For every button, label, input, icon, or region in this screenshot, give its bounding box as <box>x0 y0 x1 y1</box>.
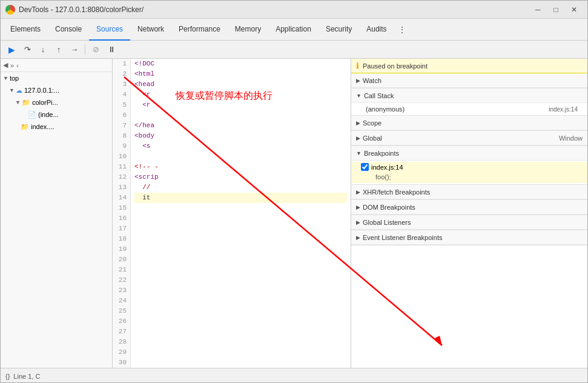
tree-server[interactable]: ▼ ☁ 127.0.0.1:... <box>1 84 112 96</box>
tab-performance[interactable]: Performance <box>171 19 228 41</box>
watch-arrow: ▶ <box>356 78 360 84</box>
cursor-info: Line 1, C <box>13 373 40 380</box>
pause-on-exceptions-button[interactable]: ⏸ <box>104 42 119 57</box>
sidebar-expand[interactable]: » <box>10 62 14 69</box>
section-global-listeners-header[interactable]: ▶ Global Listeners <box>351 215 587 230</box>
breakpoints-label: Breakpoints <box>364 150 399 157</box>
callstack-item-0[interactable]: (anonymous) index.js:14 <box>351 104 587 114</box>
callstack-arrow: ▼ <box>356 93 362 99</box>
close-button[interactable]: ✕ <box>566 3 583 16</box>
watch-label: Watch <box>363 77 382 84</box>
paused-banner: ℹ Paused on breakpoint <box>351 59 587 73</box>
section-dom-header[interactable]: ▶ DOM Breakpoints <box>351 200 587 215</box>
maximize-button[interactable]: □ <box>547 3 564 16</box>
callstack-body: (anonymous) index.js:14 <box>351 103 587 115</box>
sidebar-nav-prev[interactable]: ‹ <box>16 62 19 69</box>
line-numbers: 12345 678910 1112131415 1617181920 21222… <box>113 59 131 368</box>
breakpoints-body: index.js:14 foo(); <box>351 161 587 184</box>
callstack-item-label: (anonymous) <box>366 105 405 113</box>
tab-console[interactable]: Console <box>48 19 89 41</box>
event-listener-label: Event Listener Breakpoints <box>363 234 442 241</box>
section-callstack-header[interactable]: ▼ Call Stack <box>351 88 587 103</box>
tab-audits[interactable]: Audits <box>359 19 394 41</box>
step-button[interactable]: → <box>67 42 82 57</box>
step-into-button[interactable]: ↓ <box>36 42 50 57</box>
section-xhr-breakpoints: ▶ XHR/fetch Breakpoints <box>351 185 587 200</box>
section-global: ▶ Global Window <box>351 131 587 146</box>
dom-label: DOM Breakpoints <box>363 204 415 211</box>
section-callstack: ▼ Call Stack (anonymous) index.js:14 <box>351 88 587 116</box>
section-breakpoints-header[interactable]: ▼ Breakpoints <box>351 146 587 161</box>
section-event-listener-header[interactable]: ▶ Event Listener Breakpoints <box>351 230 587 245</box>
tab-security[interactable]: Security <box>319 19 359 41</box>
file-tree-panel: ◀ » ‹ ▼ top ▼ ☁ 127.0.0.1:... ▼ 📁 colorP… <box>1 59 113 368</box>
step-over-button[interactable]: ↷ <box>20 42 35 57</box>
code-lines[interactable]: 12345 678910 1112131415 1617181920 21222… <box>113 59 351 368</box>
tree-colorpicker[interactable]: ▼ 📁 colorPi... <box>1 96 112 108</box>
scope-label: Scope <box>363 119 382 127</box>
event-listener-arrow: ▶ <box>356 235 360 241</box>
breakpoint-item-0[interactable]: index.js:14 <box>351 162 587 172</box>
tab-bar: Elements Console Sources Network Perform… <box>1 19 587 41</box>
section-scope: ▶ Scope <box>351 116 587 131</box>
global-label: Global <box>363 135 382 142</box>
tree-index-html[interactable]: ▶ 📄 (inde... <box>1 108 112 121</box>
debugger-panel: ℹ Paused on breakpoint ▶ Watch ▼ Call St… <box>351 59 587 368</box>
section-breakpoints: ▼ Breakpoints index.js:14 foo(); <box>351 146 587 185</box>
tab-more-button[interactable]: ⋮ <box>394 19 410 41</box>
window-title: DevTools - 127.0.0.1:8080/colorPicker/ <box>19 5 529 14</box>
deactivate-breakpoints-button[interactable]: ⊘ <box>88 42 103 57</box>
section-watch: ▶ Watch <box>351 73 587 88</box>
callstack-item-location: index.js:14 <box>549 106 578 113</box>
tab-elements[interactable]: Elements <box>3 19 48 41</box>
tab-memory[interactable]: Memory <box>228 19 268 41</box>
paused-icon: ℹ <box>356 61 359 70</box>
main-layout: ◀ » ‹ ▼ top ▼ ☁ 127.0.0.1:... ▼ 📁 colorP… <box>1 59 587 368</box>
section-event-listener-breakpoints: ▶ Event Listener Breakpoints <box>351 230 587 245</box>
xhr-arrow: ▶ <box>356 189 360 195</box>
title-bar: DevTools - 127.0.0.1:8080/colorPicker/ ─… <box>1 1 587 19</box>
tab-network[interactable]: Network <box>130 19 171 41</box>
breakpoint-file: index.js:14 <box>371 164 403 171</box>
section-watch-header[interactable]: ▶ Watch <box>351 73 587 88</box>
debugger-toolbar: ▶ ↷ ↓ ↑ → ⊘ ⏸ <box>1 41 587 59</box>
tree-index-js[interactable]: ▶ 📁 index.... <box>1 121 112 133</box>
curly-braces-icon[interactable]: {} <box>5 373 10 380</box>
dom-arrow: ▶ <box>356 204 360 210</box>
tree-top[interactable]: ▼ top <box>1 72 112 84</box>
paused-message: Paused on breakpoint <box>363 62 428 70</box>
global-right-label: Window <box>559 135 583 142</box>
callstack-label: Call Stack <box>364 92 394 99</box>
section-xhr-header[interactable]: ▶ XHR/fetch Breakpoints <box>351 185 587 199</box>
resume-button[interactable]: ▶ <box>4 42 19 57</box>
status-left: {} Line 1, C <box>5 373 40 380</box>
tab-application[interactable]: Application <box>268 19 319 41</box>
chrome-icon <box>5 5 15 15</box>
section-scope-header[interactable]: ▶ Scope <box>351 116 587 130</box>
global-listeners-arrow: ▶ <box>356 219 360 225</box>
code-editor: 12345 678910 1112131415 1617181920 21222… <box>113 59 351 368</box>
tab-sources[interactable]: Sources <box>89 19 130 41</box>
status-bar: {} Line 1, C <box>1 368 587 383</box>
window-controls: ─ □ ✕ <box>529 3 583 16</box>
section-global-header[interactable]: ▶ Global Window <box>351 131 587 145</box>
global-arrow: ▶ <box>356 135 360 141</box>
xhr-label: XHR/fetch Breakpoints <box>363 188 430 196</box>
separator-1 <box>85 44 85 55</box>
breakpoint-item-inner: index.js:14 <box>361 163 583 171</box>
breakpoint-checkbox[interactable] <box>361 163 369 171</box>
scope-arrow: ▶ <box>356 120 360 126</box>
global-listeners-label: Global Listeners <box>363 219 411 226</box>
section-dom-breakpoints: ▶ DOM Breakpoints <box>351 200 587 215</box>
section-global-listeners: ▶ Global Listeners <box>351 215 587 230</box>
sidebar-toggle[interactable]: ◀ <box>3 61 8 69</box>
breakpoint-code: foo(); <box>351 172 587 183</box>
minimize-button[interactable]: ─ <box>529 3 546 16</box>
code-content[interactable]: <!DOC <html <head <r <r </hea <body <s <… <box>131 59 351 368</box>
step-out-button[interactable]: ↑ <box>51 42 66 57</box>
breakpoints-arrow: ▼ <box>356 150 362 156</box>
